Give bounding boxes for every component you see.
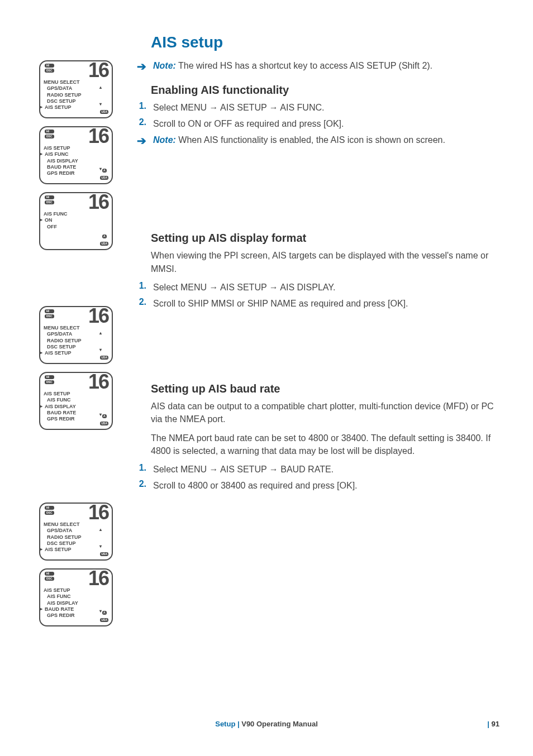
steps-list: Select MENU → AIS SETUP → BAUD RATE. Scr…	[134, 463, 503, 492]
arrow-icon: ➔	[134, 59, 146, 74]
footer-manual: V90 Operating Manual	[241, 720, 318, 728]
main-content: AIS setup ➔ Note: The wired HS has a sho…	[134, 34, 503, 492]
intro-text: When viewing the PPI screen, AIS targets…	[151, 249, 503, 275]
lcd-screen-menu-select-3: HIDSC 16 MENU SELECT GPS/DATA RADIO SETU…	[39, 503, 113, 561]
section-title: Enabling AIS functionality	[151, 84, 503, 97]
page-number: | 91	[487, 720, 499, 728]
section-baud-rate: Setting up AIS baud rate AIS data can be…	[134, 382, 503, 492]
steps-list: Select MENU → AIS SETUP → AIS DISPLAY. S…	[134, 281, 503, 310]
lcd-screen-ais-func: HIDSC 16 AIS FUNC ON OFF AUSA	[39, 192, 113, 250]
usa-badge: USA	[100, 110, 108, 114]
dsc-badge: DSC	[45, 69, 54, 73]
step-text: Scroll to SHIP MMSI or SHIP NAME as requ…	[153, 297, 408, 310]
screen-group-baud-rate: HIDSC 16 MENU SELECT GPS/DATA RADIO SETU…	[39, 503, 123, 634]
body-text: AIS data can be output to a compatible c…	[151, 400, 503, 425]
lcd-screen-menu-select-2: HIDSC 16 MENU SELECT GPS/DATA RADIO SETU…	[39, 306, 113, 364]
section-enabling-ais: Enabling AIS functionality Select MENU →…	[134, 84, 503, 148]
note-ais-icon: ➔ Note: When AIS functionality is enable…	[134, 133, 503, 148]
screen-group-ais-display: HIDSC 16 MENU SELECT GPS/DATA RADIO SETU…	[39, 306, 123, 438]
step-text: Scroll to ON or OFF as required and pres…	[153, 117, 344, 130]
section-title: Setting up AIS display format	[151, 232, 503, 245]
step-text: Select MENU → AIS SETUP → AIS DISPLAY.	[153, 281, 335, 294]
lcd-screen-menu-select: HI DSC 16 MENU SELECT GPS/DATA RADIO SET…	[39, 60, 113, 118]
section-title: Setting up AIS baud rate	[151, 382, 503, 395]
body-text: The NMEA port baud rate can be set to 48…	[151, 432, 503, 457]
screen-group-ais-func: HI DSC 16 MENU SELECT GPS/DATA RADIO SET…	[39, 60, 123, 258]
step-text: Select MENU → AIS SETUP → AIS FUNC.	[153, 101, 324, 114]
step-text: Select MENU → AIS SETUP → BAUD RATE.	[153, 463, 334, 476]
note-shortcut: ➔ Note: The wired HS has a shortcut key …	[134, 59, 503, 74]
footer-section: Setup	[215, 720, 235, 728]
arrow-icon: ➔	[134, 133, 146, 148]
status-badges: HI DSC	[45, 64, 54, 73]
lcd-screen-ais-setup-2: HIDSC 16 AIS SETUP AIS FUNC AIS DISPLAY …	[39, 372, 113, 430]
lcd-screen-ais-setup-3: HIDSC 16 AIS SETUP AIS FUNC AIS DISPLAY …	[39, 568, 113, 626]
lcd-screen-ais-setup: HIDSC 16 AIS SETUP AIS FUNC AIS DISPLAY …	[39, 126, 113, 184]
lcd-menu: MENU SELECT GPS/DATA RADIO SETUP DSC SET…	[44, 79, 99, 111]
page-title: AIS setup	[151, 34, 503, 51]
channel-number: 16	[88, 60, 108, 80]
page-footer: Setup | V90 Operating Manual | 91	[0, 720, 533, 728]
step-text: Scroll to 4800 or 38400 as required and …	[153, 479, 358, 492]
hi-badge: HI	[45, 64, 54, 68]
steps-list: Select MENU → AIS SETUP → AIS FUNC. Scro…	[134, 101, 503, 130]
section-ais-display: Setting up AIS display format When viewi…	[134, 232, 503, 310]
